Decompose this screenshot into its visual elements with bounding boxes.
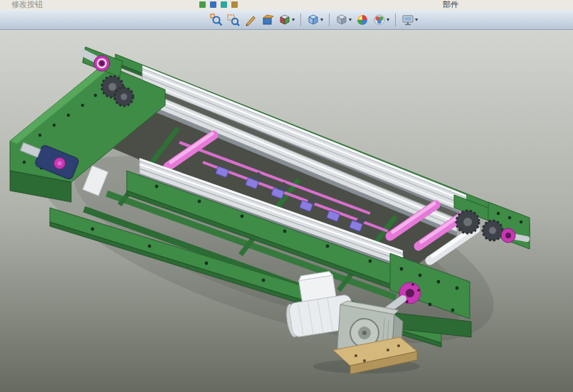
dropdown-arrow[interactable]: ▾: [387, 16, 389, 23]
apply-scene-button[interactable]: [354, 11, 370, 28]
standard-views-button[interactable]: ▾: [305, 11, 325, 28]
3d-viewport[interactable]: [0, 0, 573, 392]
section-view-icon: [261, 14, 274, 26]
green-chip-icon[interactable]: [199, 1, 206, 8]
section-view-button[interactable]: [260, 11, 275, 28]
zoom-to-area-button[interactable]: [226, 11, 241, 28]
view-orientation-cube-icon: [278, 14, 291, 26]
dropdown-arrow[interactable]: ▾: [349, 16, 352, 23]
blue-chip-icon[interactable]: [210, 1, 216, 8]
view-settings-monitor-icon: [401, 14, 414, 26]
apply-scene-sphere-icon: [356, 14, 369, 26]
toolbar-separator: [329, 14, 330, 26]
menu-strip: 修改按钮 部件: [0, 0, 573, 11]
menu-component-tab[interactable]: 部件: [443, 0, 458, 9]
zoom-fit-icon: [210, 14, 223, 26]
cad-application-window: 修改按钮 部件: [0, 0, 573, 392]
zoom-area-icon: [227, 14, 240, 26]
toolbar-separator: [300, 14, 301, 26]
zoom-in-out-icon: [244, 14, 257, 26]
edit-appearance-ball-icon: [373, 14, 386, 26]
menu-left-label: 修改按钮: [11, 0, 43, 9]
edit-appearance-button[interactable]: ▾: [372, 11, 391, 28]
toolbar-separator: [395, 14, 396, 26]
dropdown-arrow[interactable]: ▾: [320, 16, 323, 23]
display-style-cube-icon: [335, 14, 348, 26]
teal-chip-icon[interactable]: [221, 1, 227, 8]
zoom-in-out-button[interactable]: [243, 11, 258, 28]
menu-mini-icons: [199, 1, 238, 8]
gold-chip-icon[interactable]: [231, 1, 238, 8]
zoom-to-fit-button[interactable]: [209, 11, 224, 28]
dropdown-arrow[interactable]: ▾: [292, 16, 295, 23]
display-style-button[interactable]: ▾: [334, 11, 353, 28]
standard-views-cube-icon: [307, 14, 320, 26]
dropdown-arrow[interactable]: ▾: [415, 16, 418, 23]
view-settings-button[interactable]: ▾: [400, 11, 419, 28]
view-toolbar: ▾ ▾ ▾: [0, 10, 573, 30]
view-orientation-button[interactable]: ▾: [277, 11, 296, 28]
